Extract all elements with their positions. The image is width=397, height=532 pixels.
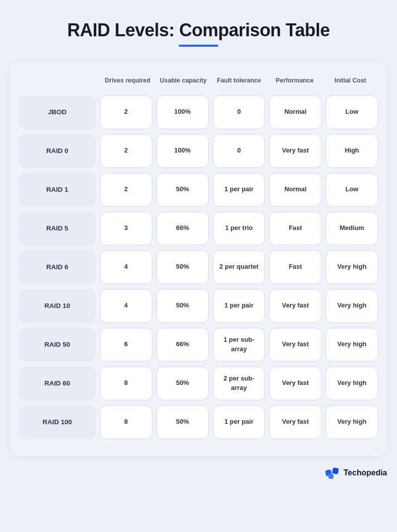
cell-drives: 4: [100, 289, 152, 323]
logo-area: Techopedia: [10, 466, 387, 480]
cell-drives: 8: [100, 405, 152, 439]
cell-drives: 2: [100, 134, 152, 168]
cell-fault: 2 per quartet: [213, 250, 265, 284]
cell-drives: 3: [100, 212, 152, 245]
cell-fault: 0: [213, 134, 265, 168]
cell-drives: 6: [100, 328, 152, 362]
cell-fault: 2 per sub-array: [213, 367, 265, 400]
cell-cost: High: [326, 134, 378, 168]
cell-cost: Medium: [326, 212, 378, 245]
cell-cost: Very high: [326, 367, 378, 400]
table-header-row: Drives required Usable capacity Fault to…: [19, 74, 378, 88]
cell-capacity: 66%: [156, 328, 209, 362]
cell-fault: 1 per pair: [213, 173, 265, 207]
cell-performance: Very fast: [269, 367, 322, 400]
header-capacity: Usable capacity: [157, 74, 209, 88]
svg-rect-1: [332, 467, 339, 474]
cell-cost: Very high: [326, 289, 378, 323]
cell-fault: 1 per sub-array: [213, 328, 265, 362]
comparison-table: Drives required Usable capacity Fault to…: [10, 62, 387, 456]
row-label-raid100: RAID 100: [19, 405, 96, 439]
cell-performance: Very fast: [269, 405, 322, 439]
cell-cost: Low: [326, 173, 378, 207]
cell-drives: 4: [100, 250, 152, 284]
cell-cost: Very high: [326, 250, 378, 284]
table-body: JBOD2100%0NormalLowRAID 02100%0Very fast…: [19, 95, 378, 439]
svg-rect-2: [329, 473, 334, 479]
header-performance: Performance: [269, 74, 321, 88]
table-row: RAID 1250%1 per pairNormalLow: [19, 173, 378, 207]
cell-fault: 0: [213, 95, 265, 129]
title-underline: [179, 45, 218, 47]
cell-drives: 2: [100, 173, 152, 207]
row-label-raid50: RAID 50: [19, 328, 96, 362]
cell-drives: 2: [100, 95, 152, 129]
cell-performance: Fast: [269, 250, 322, 284]
cell-cost: Low: [326, 95, 378, 129]
page-title: RAID Levels: Comparison Table: [10, 20, 387, 41]
cell-capacity: 50%: [156, 405, 209, 439]
cell-performance: Very fast: [269, 134, 322, 168]
cell-drives: 8: [100, 367, 152, 400]
cell-capacity: 100%: [156, 134, 209, 168]
cell-fault: 1 per pair: [213, 405, 265, 439]
header-fault: Fault tolerance: [213, 74, 265, 88]
logo-text: Techopedia: [343, 468, 387, 477]
row-label-jbod: JBOD: [19, 95, 96, 129]
cell-fault: 1 per pair: [213, 289, 265, 323]
row-label-raid6: RAID 6: [19, 250, 96, 284]
row-label-raid1: RAID 1: [19, 173, 96, 207]
page-title-section: RAID Levels: Comparison Table: [10, 20, 387, 47]
cell-fault: 1 per trio: [213, 212, 265, 245]
header-cost: Initial Cost: [325, 74, 376, 88]
cell-performance: Very fast: [269, 328, 322, 362]
techopedia-logo-icon: [326, 466, 339, 480]
table-row: RAID 5366%1 per trioFastMedium: [19, 212, 378, 245]
table-row: RAID 02100%0Very fastHigh: [19, 134, 378, 168]
cell-capacity: 50%: [156, 173, 209, 207]
row-label-raid5: RAID 5: [19, 212, 96, 245]
table-row: RAID 60850%2 per sub-arrayVery fastVery …: [19, 367, 378, 400]
header-drives: Drives required: [102, 74, 153, 88]
cell-performance: Normal: [269, 173, 322, 207]
row-label-raid0: RAID 0: [19, 134, 96, 168]
cell-cost: Very high: [326, 328, 378, 362]
cell-performance: Fast: [269, 212, 322, 245]
cell-capacity: 66%: [156, 212, 209, 245]
table-row: RAID 6450%2 per quartetFastVery high: [19, 250, 378, 284]
table-row: RAID 10450%1 per pairVery fastVery high: [19, 289, 378, 323]
cell-capacity: 50%: [156, 289, 209, 323]
cell-performance: Normal: [269, 95, 322, 129]
cell-capacity: 100%: [156, 95, 209, 129]
cell-capacity: 50%: [156, 367, 209, 400]
cell-capacity: 50%: [156, 250, 209, 284]
header-empty: [21, 74, 98, 88]
table-row: JBOD2100%0NormalLow: [19, 95, 378, 129]
cell-cost: Very high: [326, 405, 378, 439]
table-row: RAID 100850%1 per pairVery fastVery high: [19, 405, 378, 439]
table-row: RAID 50666%1 per sub-arrayVery fastVery …: [19, 328, 378, 362]
row-label-raid10: RAID 10: [19, 289, 96, 323]
cell-performance: Very fast: [269, 289, 322, 323]
row-label-raid60: RAID 60: [19, 367, 96, 400]
